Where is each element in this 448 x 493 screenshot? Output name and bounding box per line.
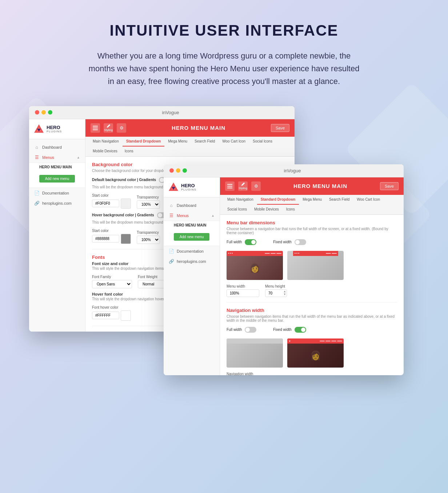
app-header-front: Styling ⚙ HERO MENU MAIN Save (220, 177, 404, 195)
menu-icon: ☰ (34, 155, 39, 160)
menu-width-input[interactable] (227, 289, 259, 297)
header-settings-btn[interactable]: ⚙ (117, 123, 126, 133)
sidebar-item-documentation[interactable]: 📄 Documentation (29, 188, 85, 198)
dot-yellow-back[interactable] (41, 110, 46, 115)
nav-full-label: Full width (227, 328, 242, 332)
tab-mobile-front[interactable]: Mobile Devices (251, 205, 283, 215)
tab-woo-cart[interactable]: Woo Cart Icon (219, 137, 249, 147)
pencil-icon (107, 124, 110, 128)
start-color-input[interactable] (92, 200, 119, 207)
logo-text-front: HERO PLUGINS (181, 183, 196, 191)
tab-icons[interactable]: Icons (121, 147, 137, 156)
tab-std-dropdown-front[interactable]: Standard Dropdown (257, 195, 299, 205)
sidebar-item-dashboard[interactable]: ⌂ Dashboard (29, 142, 85, 152)
height-arrow-down[interactable]: ▼ (283, 293, 286, 296)
save-button[interactable]: Save (271, 124, 289, 132)
pnl-1 (320, 341, 325, 341)
hover-bg-label: Hover background color | Gradients (92, 213, 154, 217)
sidebar-doc-label-front: Documentation (177, 249, 204, 253)
dot-red-back[interactable] (35, 110, 39, 115)
tab-main-nav-front[interactable]: Main Navigation (224, 195, 257, 205)
full-width-toggle[interactable] (245, 239, 256, 245)
start-color-label: Start color (92, 193, 131, 197)
home-icon: ⌂ (34, 145, 39, 150)
prev-line-1 (326, 253, 331, 254)
sidebar-logo-front: HERO PLUGINS (164, 177, 220, 197)
hover-color-swatch[interactable] (121, 234, 131, 244)
header-styling-btn[interactable]: Styling (104, 123, 113, 133)
tab-search-front[interactable]: Search Field (325, 195, 353, 205)
dot-green-back[interactable] (48, 110, 52, 115)
logo-text-back: HERO PLUGINS (47, 125, 62, 133)
add-new-menu-button[interactable]: Add new menu (39, 175, 75, 183)
transparency-select[interactable]: 100% 75% 50% (137, 200, 160, 209)
header-hamburger-btn[interactable] (91, 123, 100, 133)
sidebar-submenu-front: HERO MENU MAIN Add new menu (164, 221, 220, 246)
full-width-toggle-row: Full width (227, 239, 256, 245)
menu-width-label: Menu width (227, 284, 259, 288)
tab-mobile-devices[interactable]: Mobile Devices (89, 147, 121, 156)
styling-label-front: Styling (239, 187, 247, 190)
sidebar-heroplugins-front[interactable]: 🔗 heroplugins.com (164, 256, 220, 266)
dot-red-front[interactable] (169, 168, 174, 173)
tab-standard-dropdown[interactable]: Standard Dropdown (123, 137, 165, 147)
tab-mega-menu-front[interactable]: Mega Menu (299, 195, 325, 205)
dot-green-front[interactable] (183, 168, 187, 173)
save-button-front[interactable]: Save (380, 182, 399, 190)
sidebar-documentation-front[interactable]: 📄 Documentation (164, 246, 220, 256)
chevron-icon-front: ▲ (211, 214, 215, 217)
pencil-icon-front (241, 183, 245, 186)
hover-start-label: Start color (92, 229, 131, 233)
tab-icons-front[interactable]: Icons (283, 205, 299, 215)
link-icon-front: 🔗 (169, 259, 174, 264)
add-new-menu-button-front[interactable]: Add new menu (174, 233, 209, 241)
tab-search-field[interactable]: Search Field (191, 137, 219, 147)
sidebar-item-dashboard-label: Dashboard (42, 145, 62, 149)
nav-width-section: Navigation width Choose between navigati… (227, 308, 397, 375)
doc-icon: 📄 (34, 191, 39, 196)
dot-yellow-front[interactable] (176, 168, 180, 173)
tab-social-icons[interactable]: Social Icons (249, 137, 276, 147)
sidebar-item-dashboard-front[interactable]: ⌂ Dashboard (164, 200, 220, 211)
start-color-swatch[interactable] (121, 199, 131, 209)
tab-main-navigation[interactable]: Main Navigation (89, 137, 123, 147)
font-hover-color-swatch[interactable] (121, 310, 131, 321)
header-hamburger-btn-front[interactable] (225, 181, 235, 191)
hover-transparency-select[interactable]: 100% (137, 236, 160, 244)
preview-line-3 (276, 253, 281, 254)
preview-full-width: 👩 (227, 251, 283, 280)
nav-fixed-toggle-row: Fixed width (273, 327, 306, 333)
default-bg-label: Default background color | Gradients (92, 178, 156, 182)
preview-images-1: 👩 (227, 251, 397, 280)
page-title: INTUITIVE USER INTERFACE (29, 22, 419, 39)
browser-dots-back (35, 110, 52, 115)
nav-fixed-toggle[interactable] (295, 327, 306, 333)
tab-woo-cart-front[interactable]: Woo Cart Icon (353, 195, 384, 205)
browser-url-front: inVogue (187, 168, 398, 173)
nav-full-toggle[interactable] (245, 327, 256, 333)
font-family-select[interactable]: Open Sans (92, 280, 132, 288)
preview-line-1 (265, 253, 270, 254)
screenshots-area: inVogue HERO PLUGINS (29, 106, 419, 379)
sidebar-heroplugins-label-front: heroplugins.com (177, 259, 206, 264)
sidebar-submenu-item[interactable]: HERO MENU MAIN (29, 163, 85, 171)
sidebar-submenu-item-front[interactable]: HERO MENU MAIN (164, 221, 220, 229)
nav-width-label: Navigation width (227, 372, 397, 375)
sidebar-item-heroplugins[interactable]: 🔗 heroplugins.com (29, 198, 85, 208)
sidebar-item-menus[interactable]: ☰ Menus ▲ (29, 152, 85, 163)
header-styling-btn-front[interactable]: Styling (238, 181, 248, 191)
app-content-front: Menu bar dimensions Choose between a nav… (220, 215, 404, 375)
svg-rect-4 (93, 128, 98, 128)
width-toggles-row: Full width Fixed width (227, 239, 397, 247)
hover-color-input[interactable] (92, 235, 119, 243)
pnl-2 (325, 341, 331, 341)
app-header-title: HERO MENU MAIN (130, 125, 267, 131)
sidebar-item-menus-front[interactable]: ☰ Menus ▲ (164, 211, 220, 221)
preview-nav-fixed (293, 251, 338, 256)
tab-mega-menu[interactable]: Mega Menu (164, 137, 191, 147)
header-settings-btn-front[interactable]: ⚙ (251, 181, 261, 191)
fixed-width-label: Fixed width (273, 240, 292, 244)
font-hover-color-input[interactable] (92, 312, 119, 319)
tab-social-front[interactable]: Social Icons (224, 205, 251, 215)
fixed-width-toggle[interactable] (295, 239, 306, 245)
